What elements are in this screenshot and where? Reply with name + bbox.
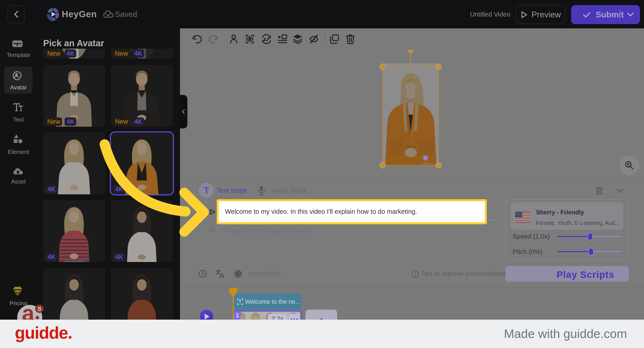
svg-text:8: 8: [38, 305, 41, 313]
svg-text:HeyGen: HeyGen: [422, 162, 433, 165]
